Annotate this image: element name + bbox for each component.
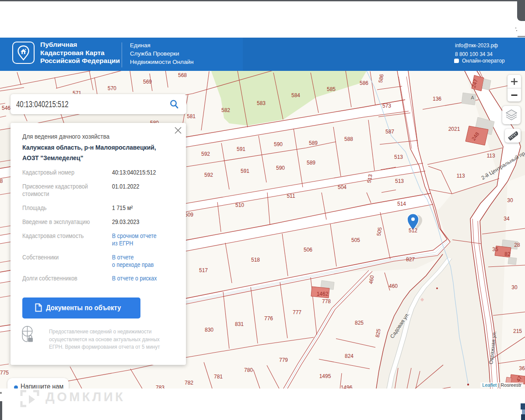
svg-text:587: 587 bbox=[385, 129, 394, 135]
svg-text:589: 589 bbox=[307, 160, 315, 166]
svg-text:569: 569 bbox=[143, 79, 152, 85]
svg-text:584: 584 bbox=[291, 92, 300, 98]
svg-text:215: 215 bbox=[513, 328, 522, 334]
svg-text:546: 546 bbox=[2, 105, 10, 111]
svg-text:509: 509 bbox=[185, 212, 193, 218]
svg-text:592: 592 bbox=[201, 151, 210, 157]
svg-text:779: 779 bbox=[279, 357, 288, 363]
svg-text:583: 583 bbox=[257, 100, 266, 106]
svg-text:518: 518 bbox=[251, 257, 260, 263]
svg-text:831: 831 bbox=[235, 321, 244, 327]
svg-text:581: 581 bbox=[187, 113, 196, 119]
svg-text:827: 827 bbox=[406, 256, 415, 262]
svg-text:510: 510 bbox=[235, 202, 244, 208]
svg-text:588: 588 bbox=[344, 136, 353, 142]
svg-text:590: 590 bbox=[274, 141, 283, 147]
svg-text:2021: 2021 bbox=[448, 126, 460, 132]
svg-text:ДОМКЛИК: ДОМКЛИК bbox=[46, 390, 125, 404]
svg-text:113: 113 bbox=[486, 153, 495, 159]
svg-text:517: 517 bbox=[199, 267, 208, 273]
svg-text:1496: 1496 bbox=[341, 385, 353, 388]
svg-text:781: 781 bbox=[214, 374, 223, 380]
svg-text:82: 82 bbox=[504, 251, 511, 257]
svg-text:504: 504 bbox=[338, 184, 346, 190]
svg-text:512: 512 bbox=[409, 228, 417, 234]
svg-text:506: 506 bbox=[304, 247, 312, 253]
svg-text:782: 782 bbox=[185, 380, 193, 386]
svg-text:460: 460 bbox=[389, 283, 398, 289]
svg-text:589: 589 bbox=[309, 140, 318, 146]
svg-text:780: 780 bbox=[244, 367, 253, 373]
svg-text:591: 591 bbox=[237, 146, 245, 152]
svg-text:778: 778 bbox=[322, 298, 331, 304]
svg-text:28: 28 bbox=[514, 242, 520, 248]
svg-text:590: 590 bbox=[276, 165, 285, 171]
svg-text:30: 30 bbox=[507, 197, 513, 203]
svg-text:514: 514 bbox=[397, 201, 406, 207]
svg-text:511: 511 bbox=[287, 193, 295, 199]
svg-text:1462: 1462 bbox=[317, 291, 329, 297]
svg-text:777: 777 bbox=[293, 309, 301, 315]
svg-text:36: 36 bbox=[519, 365, 525, 371]
svg-text:568: 568 bbox=[178, 72, 187, 78]
svg-text:513: 513 bbox=[394, 154, 403, 160]
svg-text:513: 513 bbox=[395, 178, 404, 184]
svg-text:1495: 1495 bbox=[319, 373, 331, 379]
svg-text:830: 830 bbox=[205, 327, 214, 333]
svg-text:591: 591 bbox=[241, 168, 249, 174]
svg-text:570: 570 bbox=[108, 85, 116, 91]
svg-text:113: 113 bbox=[456, 173, 465, 179]
svg-text:136: 136 bbox=[433, 96, 441, 102]
svg-text:А: А bbox=[471, 95, 474, 100]
svg-text:505: 505 bbox=[351, 237, 360, 243]
svg-text:573: 573 bbox=[382, 103, 391, 109]
svg-text:34: 34 bbox=[504, 216, 510, 222]
svg-text:783: 783 bbox=[156, 385, 164, 388]
svg-text:8: 8 bbox=[0, 178, 3, 184]
svg-text:586: 586 bbox=[360, 80, 368, 86]
svg-text:776: 776 bbox=[264, 315, 273, 322]
svg-text:585: 585 bbox=[327, 86, 336, 92]
svg-text:582: 582 bbox=[221, 107, 230, 113]
svg-text:592: 592 bbox=[204, 172, 213, 178]
svg-text:775: 775 bbox=[0, 370, 9, 376]
svg-text:35: 35 bbox=[492, 246, 498, 252]
svg-text:825: 825 bbox=[355, 320, 364, 326]
svg-text:824: 824 bbox=[345, 353, 354, 359]
svg-text:30: 30 bbox=[511, 284, 518, 290]
